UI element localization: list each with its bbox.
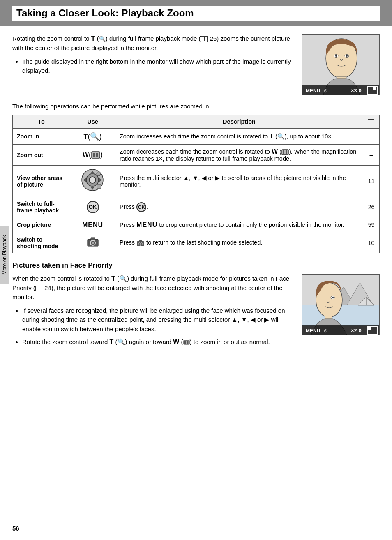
table-cell-ref-zoom-in: – [363, 128, 380, 144]
table-row: Zoom in T(🔍) Zoom increases each time th… [13, 128, 380, 144]
following-text: The following operations can be performe… [12, 102, 380, 111]
table-cell-use-zoom-in: T(🔍) [70, 128, 115, 144]
table-cell-desc-zoom-out: Zoom decreases each time the zoom contro… [115, 144, 363, 165]
intro-paragraph: Rotating the zoom control to T (🔍) durin… [12, 34, 293, 53]
table-cell-use-fullframe: OK [70, 197, 115, 217]
table-header-use: Use [70, 115, 115, 128]
face-priority-bullet-2: Rotate the zoom control toward T (🔍) aga… [22, 337, 293, 347]
svg-text:MENU: MENU [306, 88, 320, 94]
svg-rect-42 [302, 305, 380, 326]
table-cell-use-shooting [70, 233, 115, 253]
table-header-ref [363, 115, 380, 128]
table-row: Switch to full-frame playback OK Press O… [13, 197, 380, 217]
table-cell-ref-shooting: 10 [363, 233, 380, 253]
intro-text: Rotating the zoom control to T (🔍) durin… [12, 34, 293, 95]
svg-point-5 [346, 55, 348, 57]
table-cell-to: View other areas of picture [13, 165, 70, 197]
table-cell-use-zoom-out: W() [70, 144, 115, 165]
table-row: View other areas of picture [13, 165, 380, 197]
page-number: 56 [12, 525, 19, 532]
table-cell-use-areas [70, 165, 115, 197]
svg-rect-17 [283, 150, 284, 154]
svg-text:MENU: MENU [306, 328, 320, 334]
operations-table: To Use Description Zoom in T(🔍) Zoom inc… [12, 115, 380, 253]
table-cell-desc-shooting: Press to return to the last shooting mod… [115, 233, 363, 253]
svg-rect-15 [96, 153, 98, 157]
bottom-section: When the zoom control is rotated to T (🔍… [12, 274, 380, 351]
table-row: Zoom out W() Zoom decreases each time th… [13, 144, 380, 165]
svg-rect-35 [139, 240, 142, 242]
table-cell-desc-fullframe: Press OK. [115, 197, 363, 217]
svg-point-3 [335, 55, 337, 57]
face-priority-bullet-1: If several faces are recognized, the pic… [22, 306, 293, 334]
table-cell-desc-areas: Press the multi selector ▲, ▼, ◀ or ▶ to… [115, 165, 363, 197]
svg-point-34 [140, 243, 141, 245]
svg-rect-37 [184, 341, 186, 344]
main-content: Rotating the zoom control to T (🔍) durin… [0, 34, 392, 362]
page-header: Taking a Closer Look: Playback Zoom [0, 0, 392, 26]
ok-icon: OK [87, 201, 99, 213]
intro-camera-preview: MENU ⚙ ×3.0 [302, 34, 380, 95]
table-cell-use-crop: MENU [70, 217, 115, 233]
svg-point-30 [92, 242, 94, 244]
svg-rect-18 [286, 150, 287, 154]
sidebar-label-text: More on Playback [2, 235, 7, 275]
svg-text:×2.0: ×2.0 [351, 328, 362, 334]
table-cell-ref-areas: 11 [363, 165, 380, 197]
svg-text:⚙: ⚙ [324, 328, 328, 333]
svg-rect-12 [373, 87, 376, 90]
intro-bullet: The guide displayed in the right bottom … [22, 57, 293, 76]
table-cell-to: Zoom in [13, 128, 70, 144]
table-cell-ref-zoom-out: – [363, 144, 380, 165]
svg-text:⚙: ⚙ [324, 88, 328, 93]
table-cell-ref-fullframe: 26 [363, 197, 380, 217]
svg-rect-38 [187, 341, 189, 344]
svg-point-47 [332, 297, 334, 298]
svg-rect-54 [367, 327, 371, 330]
table-cell-ref-crop: 59 [363, 217, 380, 233]
sidebar-label: More on Playback [0, 226, 9, 284]
table-cell-to: Switch to full-frame playback [13, 197, 70, 217]
table-row: Crop picture MENU Press MENU to crop cur… [13, 217, 380, 233]
svg-text:×3.0: ×3.0 [351, 88, 362, 94]
bottom-camera-preview: MENU ⚙ ×2.0 [302, 274, 380, 351]
svg-rect-14 [93, 153, 95, 157]
face-priority-title: Pictures taken in Face Priority [12, 261, 380, 270]
table-row: Switch to shooting mode Press to return … [13, 233, 380, 253]
table-cell-desc-crop: Press MENU to crop current picture to co… [115, 217, 363, 233]
table-cell-to: Zoom out [13, 144, 70, 165]
table-header-description: Description [115, 115, 363, 128]
svg-rect-27 [97, 185, 101, 189]
svg-rect-13 [92, 152, 100, 158]
face-priority-section: Pictures taken in Face Priority When the… [12, 261, 380, 351]
svg-point-26 [97, 172, 101, 176]
svg-point-21 [89, 177, 96, 183]
svg-rect-31 [91, 238, 95, 240]
table-header-to: To [13, 115, 70, 128]
face-priority-paragraph: When the zoom control is rotated to T (🔍… [12, 274, 293, 302]
table-cell-to: Crop picture [13, 217, 70, 233]
page-title: Taking a Closer Look: Playback Zoom [16, 7, 194, 18]
table-cell-desc-zoom-in: Zoom increases each time the zoom contro… [115, 128, 363, 144]
intro-section: Rotating the zoom control to T (🔍) durin… [12, 34, 380, 95]
menu-text: MENU [82, 222, 103, 228]
camera-icon [87, 240, 99, 248]
table-cell-to: Switch to shooting mode [13, 233, 70, 253]
bottom-text: When the zoom control is rotated to T (🔍… [12, 274, 293, 351]
